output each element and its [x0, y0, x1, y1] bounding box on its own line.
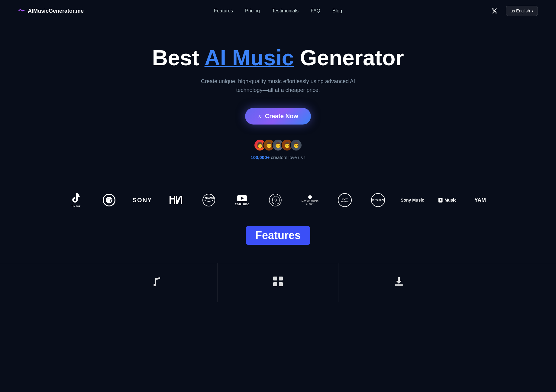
svg-rect-8	[279, 282, 283, 286]
brand-tiktok: TikTok	[59, 193, 92, 208]
grid-icon	[272, 275, 284, 290]
universal-icon: UNIVERSAL	[371, 193, 385, 207]
heading-suffix: Generator	[294, 46, 404, 70]
nav-link-testimonials[interactable]: Testimonials	[272, 8, 299, 14]
brand-tiktok-label: TikTok	[71, 205, 81, 208]
language-selector[interactable]: us English ▾	[506, 6, 538, 16]
spotify-icon	[103, 194, 115, 206]
nav-link-faq[interactable]: FAQ	[311, 8, 320, 14]
sony-text-icon: SONY	[133, 197, 152, 203]
brand-logos-section: TikTok SONY amazon	[0, 178, 556, 220]
nav-link-pricing[interactable]: Pricing	[245, 8, 260, 14]
heading-highlight: AI Music	[205, 46, 294, 70]
x-social-icon[interactable]	[489, 5, 500, 16]
brand-sony-music: Sony Music	[395, 198, 430, 202]
apple-music-icon: Music	[437, 197, 457, 203]
feature-card-music	[97, 263, 218, 302]
creators-count: 100,000+	[251, 155, 270, 160]
nvidia-icon	[169, 195, 183, 206]
download-icon	[393, 275, 405, 290]
avatar-stack: 👩 👨 👨 👨 👨	[254, 139, 302, 151]
brand-bqiy: BQIYMUSIC	[328, 193, 361, 207]
hero-subtitle: Create unique, high-quality music effort…	[199, 77, 357, 95]
navbar: 〜 AIMusicGenerator.me Features Pricing T…	[0, 0, 556, 22]
music-note-icon	[151, 275, 163, 290]
svg-point-4	[274, 199, 276, 201]
lang-label: us English	[510, 8, 530, 13]
brand-universal: UNIVERSAL	[361, 193, 395, 207]
site-logo[interactable]: 〜 AIMusicGenerator.me	[18, 6, 84, 15]
music-note-icon: ♫	[258, 113, 262, 119]
feature-cards-row	[0, 263, 556, 302]
feature-card-download	[338, 263, 459, 302]
brand-youtube: YouTube	[225, 195, 259, 206]
social-proof: 👩 👨 👨 👨 👨 100,000+ creators love us !	[6, 139, 550, 160]
brand-apple-music: Music	[430, 197, 464, 203]
youtube-icon	[237, 195, 247, 202]
svg-rect-7	[273, 282, 277, 286]
heading-prefix: Best	[152, 46, 204, 70]
brand-nvidia	[159, 195, 192, 206]
create-now-button[interactable]: ♫ Create Now	[245, 108, 311, 125]
features-badge: Features	[246, 226, 310, 245]
brand-yam: YAM	[464, 197, 497, 203]
hero-section: Best AI Music Generator Create unique, h…	[0, 22, 556, 178]
brand-openai	[259, 194, 292, 206]
amazon-icon: amazon	[202, 194, 215, 206]
openai-icon	[269, 194, 282, 206]
logo-text: AIMusicGenerator.me	[28, 8, 84, 14]
nav-links: Features Pricing Testimonials FAQ Blog	[214, 8, 342, 14]
bqiy-icon: BQIYMUSIC	[338, 193, 352, 207]
creators-text: 100,000+ creators love us !	[251, 155, 305, 160]
svg-rect-6	[279, 277, 283, 280]
svg-text:amazon: amazon	[205, 196, 214, 199]
sony-music-label: Sony Music	[401, 198, 424, 202]
nav-link-features[interactable]: Features	[214, 8, 233, 14]
features-section: Features	[0, 220, 556, 314]
chevron-down-icon: ▾	[532, 9, 533, 13]
hero-heading: Best AI Music Generator	[6, 46, 550, 70]
feature-card-customize	[218, 263, 338, 302]
creators-suffix: creators love us !	[270, 155, 305, 160]
youtube-label: YouTube	[235, 202, 249, 206]
svg-rect-5	[273, 277, 277, 280]
yam-label: YAM	[474, 197, 486, 203]
nav-right: us English ▾	[489, 5, 538, 16]
svg-rect-9	[395, 284, 403, 286]
logo-icon: 〜	[18, 6, 25, 15]
avatar-5: 👨	[290, 139, 302, 151]
brand-spotify	[92, 194, 126, 206]
nav-link-blog[interactable]: Blog	[332, 8, 342, 14]
cta-label: Create Now	[265, 113, 298, 120]
brand-motion: MOTION MUSIC GROUP	[292, 195, 328, 205]
brand-amazon: amazon	[192, 194, 225, 206]
brand-sony: SONY	[126, 197, 159, 203]
motion-music-icon: MOTION MUSIC GROUP	[298, 195, 322, 205]
